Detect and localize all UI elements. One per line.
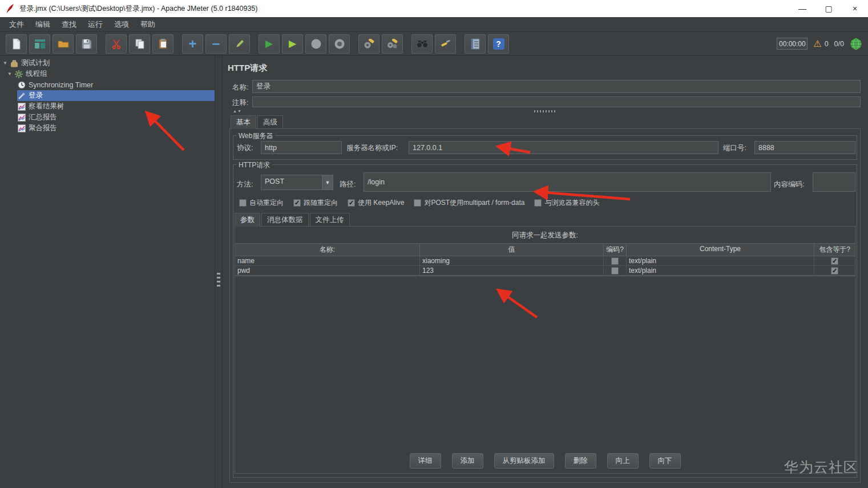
function-helper-icon <box>471 38 480 50</box>
function-helper-button[interactable] <box>465 34 486 54</box>
param-include-equals-cell[interactable]: ✓ <box>814 256 855 266</box>
tree-item-aggregate-report[interactable]: 聚合报告 <box>0 123 215 134</box>
menu-edit[interactable]: 编辑 <box>30 17 56 32</box>
checkbox[interactable]: ✓ <box>348 199 355 207</box>
tree-item-view-results-tree[interactable]: 察看结果树 <box>0 101 215 112</box>
option-auto-redirects[interactable]: ✓ 自动重定向 <box>239 198 284 208</box>
new-plan-button[interactable] <box>6 34 27 54</box>
log-warning-icon[interactable]: ⚠ <box>813 39 821 49</box>
toggle-button[interactable] <box>229 34 250 54</box>
panel-splitter[interactable] <box>215 56 223 488</box>
cut-button[interactable] <box>106 34 127 54</box>
checkbox[interactable]: ✓ <box>611 267 619 275</box>
expand-toggle-icon[interactable]: ▼ <box>3 61 10 66</box>
combo-dropdown-icon[interactable]: ▼ <box>322 175 333 189</box>
splitter-grip[interactable] <box>217 273 220 287</box>
param-encode-cell[interactable]: ✓ <box>604 256 627 266</box>
tree-item-synchronizing-timer[interactable]: Synchronizing Timer <box>0 79 215 90</box>
save-button[interactable] <box>76 34 97 54</box>
tab-parameters[interactable]: 参数 <box>235 213 260 227</box>
param-value-cell[interactable]: xiaoming <box>420 256 604 266</box>
menu-options[interactable]: 选项 <box>108 17 135 32</box>
close-button[interactable]: × <box>842 0 868 17</box>
param-content-type-cell[interactable]: text/plain <box>627 256 814 266</box>
stop-button[interactable] <box>305 34 326 54</box>
menu-run[interactable]: 运行 <box>82 17 108 32</box>
clear-all-button[interactable] <box>382 34 403 54</box>
templates-button[interactable] <box>29 34 50 54</box>
option-use-keepalive[interactable]: ✓ 使用 KeepAlive <box>348 198 404 208</box>
tree-item-summary-report[interactable]: 汇总报告 <box>0 112 215 123</box>
active-threads-count: 0/0 <box>834 40 844 48</box>
add-from-clipboard-button[interactable]: 从剪贴板添加 <box>494 453 554 469</box>
page-title: HTTP请求 <box>228 63 267 74</box>
option-multipart-form-data[interactable]: ✓ 对POST使用multipart / form-data <box>414 198 524 208</box>
param-name-cell[interactable]: pwd <box>235 266 420 276</box>
checkbox[interactable]: ✓ <box>831 257 838 265</box>
menu-help[interactable]: 帮助 <box>135 17 161 32</box>
param-value-cell[interactable]: 123 <box>420 266 604 276</box>
jmeter-logo-icon <box>6 3 15 14</box>
start-button[interactable]: ▶ <box>259 34 280 54</box>
remove-element-button[interactable]: − <box>205 34 227 54</box>
method-select[interactable]: POST ▼ <box>261 175 333 190</box>
menu-search[interactable]: 查找 <box>56 17 82 32</box>
tab-advanced[interactable]: 高级 <box>257 115 283 128</box>
maximize-button[interactable]: ▢ <box>815 0 842 17</box>
name-input[interactable] <box>252 80 861 93</box>
minimize-button[interactable]: — <box>789 0 815 17</box>
shutdown-button[interactable] <box>329 34 350 54</box>
param-encode-cell[interactable]: ✓ <box>604 266 627 276</box>
checkbox[interactable]: ✓ <box>414 199 421 207</box>
paste-button[interactable] <box>152 34 173 54</box>
search-button[interactable] <box>411 34 433 54</box>
param-content-type-cell[interactable]: text/plain <box>627 266 814 276</box>
checkbox[interactable]: ✓ <box>611 257 619 265</box>
detail-button[interactable]: 详细 <box>410 453 441 469</box>
checkbox[interactable]: ✓ <box>831 267 838 275</box>
server-input[interactable] <box>409 141 718 154</box>
content-encoding-input[interactable] <box>813 172 855 192</box>
expand-toggle-icon[interactable]: ▼ <box>7 71 14 76</box>
tab-body-data[interactable]: 消息体数据 <box>261 213 309 226</box>
tab-files-upload[interactable]: 文件上传 <box>310 213 350 226</box>
port-input[interactable] <box>754 141 855 154</box>
param-name-cell[interactable]: name <box>235 256 420 266</box>
option-follow-redirects[interactable]: ✓ 跟随重定向 <box>293 198 338 208</box>
help-button[interactable]: ? <box>488 34 509 54</box>
column-header-content-type: Content-Type <box>627 243 814 256</box>
option-browser-compatible-headers[interactable]: ✓ 与浏览器兼容的头 <box>534 198 599 208</box>
tree-item-test-plan[interactable]: ▼ 测试计划 <box>0 58 215 68</box>
up-button[interactable]: 向上 <box>607 453 639 469</box>
protocol-input[interactable] <box>261 141 342 154</box>
open-button[interactable] <box>53 34 74 54</box>
reset-search-button[interactable] <box>435 34 456 54</box>
clear-button[interactable] <box>358 34 380 54</box>
comment-input[interactable] <box>252 96 861 107</box>
start-no-pauses-button[interactable]: ▶ <box>282 34 303 54</box>
add-element-button[interactable]: + <box>182 34 203 54</box>
tree-item-label: 聚合报告 <box>29 123 57 133</box>
tab-basic[interactable]: 基本 <box>231 115 256 129</box>
copy-button[interactable] <box>129 34 150 54</box>
splitter-grip[interactable] <box>534 110 557 112</box>
path-input[interactable] <box>364 172 771 192</box>
checkbox[interactable]: ✓ <box>293 199 301 207</box>
down-button[interactable]: 向下 <box>649 453 681 469</box>
name-label: 名称: <box>232 83 248 92</box>
add-button[interactable]: 添加 <box>452 453 483 469</box>
tree-item-thread-group[interactable]: ▼ 线程组 <box>0 68 215 79</box>
param-include-equals-cell[interactable]: ✓ <box>814 266 855 276</box>
remote-start-globe-icon[interactable] <box>850 38 862 50</box>
splitter-collapse-icons[interactable]: ▲▼ <box>233 109 242 113</box>
checkbox[interactable]: ✓ <box>534 199 542 207</box>
tree-item-login-request[interactable]: 登录 <box>0 90 215 101</box>
menu-file[interactable]: 文件 <box>3 17 30 32</box>
form-splitter[interactable]: ▲▼ <box>223 108 868 115</box>
comment-label: 注释: <box>232 98 248 108</box>
copy-icon <box>135 39 145 49</box>
checkbox[interactable]: ✓ <box>239 199 247 207</box>
timer-icon <box>18 81 26 89</box>
toolbar-status-cluster: 00:00:00 ⚠ 0 0/0 <box>777 38 862 50</box>
delete-button[interactable]: 删除 <box>565 453 596 469</box>
